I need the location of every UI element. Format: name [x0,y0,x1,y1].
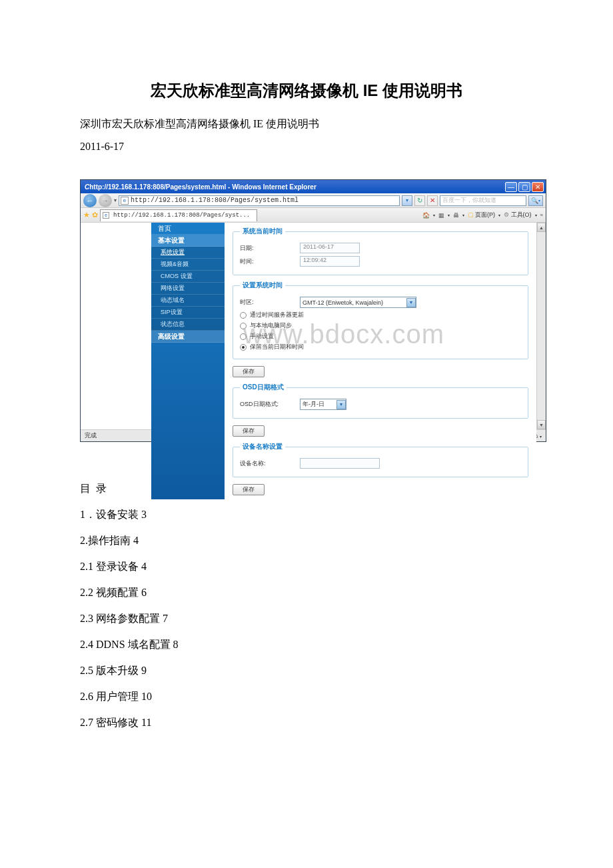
page-icon: e [121,197,129,205]
stop-button[interactable]: ✕ [427,195,438,206]
time-field: 12:09:42 [300,256,360,267]
timezone-label: 时区: [240,298,300,307]
osd-legend: OSD日期格式 [240,383,287,392]
toc-item: 2.操作指南 4 [80,534,533,548]
toc-item: 2.7 密码修改 11 [80,716,533,730]
window-title-text: Chttp://192.168.1.178:808/Pages/system.h… [83,183,316,191]
search-button[interactable]: 🔍▾ [528,195,543,206]
print-icon[interactable]: 🖶 [453,212,459,219]
time-label: 时间: [240,257,300,266]
current-time-group: 系统当前时间 日期: 2011-06-17 时间: 12:09:42 [233,227,528,275]
minimize-button[interactable]: — [505,182,517,192]
sidebar-item-cmos[interactable]: CMOS 设置 [151,271,225,283]
set-time-group: 设置系统时间 时区: GMT-12 (Eniwetok, Kwajalein) … [233,281,528,359]
save-button-2[interactable]: 保存 [233,425,265,437]
save-button-3[interactable]: 保存 [233,484,265,495]
device-name-input[interactable] [300,458,380,469]
address-bar[interactable]: e http://192.168.1.178:808/Pages/system.… [119,195,400,206]
feeds-icon[interactable]: ▦ [438,212,444,219]
document-date: 2011-6-17 [80,141,533,153]
home-icon[interactable]: 🏠 [422,212,430,219]
chevron-down-icon: ▼ [336,400,346,409]
toc-item: 1．设备安装 3 [80,508,533,522]
sidebar-item-system-settings[interactable]: 系统设置 [151,247,225,259]
chevron-down-icon: ▼ [406,298,416,307]
set-time-legend: 设置系统时间 [240,281,285,290]
maximize-button[interactable]: ▢ [518,182,530,192]
osd-label: OSD日期格式: [240,400,300,409]
sidebar-item-home[interactable]: 首页 [151,223,225,235]
sidebar-item-basic-settings[interactable]: 基本设置 [151,235,225,247]
forward-button[interactable]: → [99,194,112,207]
status-left: 完成 [85,431,97,440]
toc-item: 2.4 DDNS 域名配置 8 [80,638,533,652]
device-name-label: 设备名称: [240,459,300,468]
vertical-scrollbar[interactable]: ▲ ▼ [536,223,546,429]
sidebar-item-video-audio[interactable]: 视频&音频 [151,259,225,271]
radio-local-sync[interactable]: 与本地电脑同步 [240,321,521,330]
favorites-star-icon[interactable]: ★ [83,211,90,219]
sidebar-item-advanced[interactable]: 高级设置 [151,331,225,343]
current-time-legend: 系统当前时间 [240,227,285,236]
document-title: 宏天欣标准型高清网络摄像机 IE 使用说明书 [80,80,533,101]
tab-bar: ★ ✿ e http://192.168.1.178:808/Pages/sys… [81,208,546,223]
save-button-1[interactable]: 保存 [233,366,265,377]
radio-manual[interactable]: 手动设置 [240,332,521,341]
osd-format-select[interactable]: 年-月-日 ▼ [300,399,346,410]
go-dropdown[interactable]: ▾ [402,195,412,206]
window-titlebar: Chttp://192.168.1.178:808/Pages/system.h… [81,180,546,193]
toc-item: 2.5 版本升级 9 [80,664,533,678]
navigation-bar: ← → ▾ e http://192.168.1.178:808/Pages/s… [81,193,546,208]
close-button[interactable]: ✕ [532,182,544,192]
scroll-down-icon[interactable]: ▼ [537,420,546,429]
add-favorites-icon[interactable]: ✿ [92,211,98,219]
sidebar-item-sip[interactable]: SIP设置 [151,307,225,319]
refresh-button[interactable]: ↻ [414,195,425,206]
device-name-group: 设备名称设置 设备名称: [233,442,528,477]
toc-item: 2.3 网络参数配置 7 [80,612,533,626]
ie-screenshot: Chttp://192.168.1.178:808/Pages/system.h… [80,179,546,442]
sidebar-nav: 首页 基本设置 系统设置 视频&音频 CMOS 设置 网络设置 动态域名 SIP… [151,223,225,499]
toc-item: 2.1 登录设备 4 [80,560,533,574]
radio-keep[interactable]: 保留当前日期和时间 [240,343,521,351]
address-text: http://192.168.1.178:808/Pages/system.ht… [131,197,299,204]
page-menu[interactable]: ▢ 页面(P) [468,211,496,219]
document-subtitle: 深圳市宏天欣标准型高清网络摄像机 IE 使用说明书 [80,117,533,131]
radio-ntp[interactable]: 通过时间服务器更新 [240,311,521,319]
scroll-up-icon[interactable]: ▲ [537,223,546,232]
search-input[interactable]: 百度一下，你就知道 [440,195,526,206]
date-label: 日期: [240,244,300,253]
device-name-legend: 设备名称设置 [240,442,285,451]
toc-item: 2.6 用户管理 10 [80,690,533,704]
date-field: 2011-06-17 [300,243,360,253]
sidebar-item-status[interactable]: 状态信息 [151,319,225,331]
browser-tab[interactable]: e http://192.168.1.178:808/Pages/syst... [100,209,257,221]
main-content-panel: 系统当前时间 日期: 2011-06-17 时间: 12:09:42 [225,223,536,499]
osd-format-group: OSD日期格式 OSD日期格式: 年-月-日 ▼ [233,383,528,419]
back-button[interactable]: ← [83,194,97,207]
sidebar-item-network[interactable]: 网络设置 [151,283,225,295]
toc-item: 2.2 视频配置 6 [80,586,533,600]
tools-menu[interactable]: ⚙ 工具(O) [504,211,532,219]
sidebar-item-ddns[interactable]: 动态域名 [151,295,225,307]
timezone-select[interactable]: GMT-12 (Eniwetok, Kwajalein) ▼ [300,297,416,308]
